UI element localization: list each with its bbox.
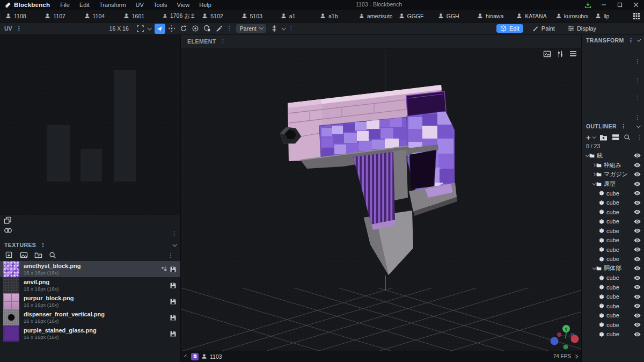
visibility-eye-icon[interactable] [634,199,644,206]
outliner-node[interactable]: cube [582,236,644,245]
active-project-tab[interactable]: 1103 [191,353,222,360]
texture-resolution[interactable]: 16 X 16 [109,25,129,32]
outliner-node[interactable]: cube [582,273,644,283]
uv-side-overflow-icon[interactable]: ⋮ [170,230,179,236]
menu-transform[interactable]: Transform [94,2,131,8]
outliner-node[interactable]: cube [582,198,644,208]
outliner-panel-header[interactable]: OUTLINER ⋮ [582,121,644,132]
menu-view[interactable]: View [172,2,195,8]
menu-file[interactable]: File [55,2,75,8]
project-tab[interactable]: kurosubou [553,10,592,22]
uv-view-dropdown-icon[interactable] [147,26,151,30]
rotation-space-dropdown[interactable]: Parent [236,24,266,33]
view-axis-gizmo[interactable]: Y [551,325,579,350]
visibility-eye-icon[interactable] [634,284,644,291]
outliner-node[interactable]: cube [582,245,644,255]
tab-scroll-right-icon[interactable] [574,354,578,358]
mode-display[interactable]: Display [564,24,600,33]
visibility-eye-icon[interactable] [634,293,644,300]
project-tab[interactable]: 1108 [2,10,41,22]
create-texture-icon[interactable] [20,251,28,259]
save-texture-icon[interactable] [170,282,177,289]
project-tab[interactable]: KATANA [513,10,552,22]
pivot-tool-button[interactable] [190,24,201,34]
outliner-node[interactable]: cube [582,301,644,311]
add-group-icon[interactable] [599,134,608,141]
visibility-eye-icon[interactable] [634,190,644,197]
texture-row[interactable]: anvil.png 16 x 16px (16x) [0,277,180,293]
transform-panel-header[interactable]: TRANSFORM ⋮ [582,35,644,46]
tool-overflow-icon[interactable]: ⋮ [225,26,234,32]
expand-toggle-icon[interactable] [591,173,596,176]
outliner-node[interactable]: マガジン [582,170,644,179]
outliner-node[interactable]: 銃 [582,151,644,161]
outliner-node[interactable]: cube [582,207,644,217]
outliner-menu-icon[interactable]: ⋮ [619,124,628,129]
uv-editor-canvas[interactable] [0,35,180,215]
outliner-node[interactable]: cube [582,330,644,339]
visibility-eye-icon[interactable] [634,227,644,234]
viewport-sliders-icon[interactable] [557,50,564,57]
transform-toolbar-overflow-icon[interactable]: ⋮ [633,95,642,101]
uv-island[interactable] [47,125,70,182]
project-tab[interactable]: a1b [317,10,356,22]
texture-row[interactable]: purple_stained_glass.png 16 x 16px (16x) [0,325,180,342]
minimize-button[interactable] [596,0,612,10]
transform-toolbar-overflow-icon[interactable]: ⋮ [633,114,642,120]
uv-island[interactable] [80,149,102,182]
uv-panel-header[interactable]: UV ⋮ [4,25,24,32]
vertex-snap-tool-button[interactable] [202,24,213,34]
outliner-node[interactable]: 枠組み [582,161,644,170]
import-texture-icon[interactable] [5,251,13,259]
save-texture-icon[interactable] [170,298,177,305]
outliner-search-icon[interactable] [624,134,631,141]
uv-island[interactable] [114,70,136,182]
toggle-list-icon[interactable] [612,134,619,141]
outliner-node[interactable]: cube [582,292,644,302]
texture-row[interactable]: amethyst_block.png 16 x 16px (16x) [0,261,180,277]
outliner-node[interactable]: 胴体部 [582,264,644,273]
expand-toggle-icon[interactable] [591,183,596,185]
project-tab[interactable]: 1107 [41,10,80,22]
visibility-eye-icon[interactable] [634,302,644,309]
visibility-eye-icon[interactable] [634,246,644,253]
menu-edit[interactable]: Edit [75,2,94,8]
outliner-node[interactable]: cube [582,311,644,321]
visibility-eye-icon[interactable] [634,331,644,338]
maximize-button[interactable] [612,0,628,10]
visibility-eye-icon[interactable] [634,180,644,187]
menu-tools[interactable]: Tools [149,2,172,8]
project-tab[interactable]: amezisuton [356,10,395,22]
project-tab[interactable]: 1601 [120,10,159,22]
textures-menu-icon[interactable]: ⋮ [38,242,47,248]
expand-toggle-icon[interactable] [591,267,596,270]
visibility-eye-icon[interactable] [634,274,644,281]
project-tab[interactable]: 5103 [238,10,277,22]
texture-row[interactable]: purpur_block.png 16 x 16px (16x) [0,293,180,309]
fullscreen-uv-icon[interactable] [135,24,146,34]
transform-collapse-icon[interactable] [637,38,641,42]
project-tab[interactable]: 5102 [199,10,238,22]
outliner-node[interactable]: cube [582,217,644,227]
texture-search-icon[interactable] [49,251,56,259]
tab-scroll-left-icon[interactable] [184,354,188,358]
link-uv-icon[interactable] [4,227,12,234]
outliner-node[interactable]: 原型 [582,179,644,189]
textures-overflow-icon[interactable]: ⋮ [166,252,175,258]
save-texture-icon[interactable] [170,314,177,321]
project-tab[interactable]: 1706 おまけ [159,10,199,22]
toolbar-overflow-icon[interactable]: ⋮ [287,26,296,32]
visibility-eye-icon[interactable] [634,265,644,272]
transform-toolbar-overflow-icon[interactable]: ⋮ [633,59,642,64]
visibility-eye-icon[interactable] [634,256,644,263]
save-texture-icon[interactable] [170,330,177,337]
visibility-eye-icon[interactable] [634,218,644,225]
update-download-icon[interactable] [580,0,596,10]
transform-menu-icon[interactable]: ⋮ [626,38,635,44]
resize-tool-button[interactable] [166,24,177,34]
visibility-eye-icon[interactable] [634,171,644,178]
outliner-overflow-icon[interactable]: ⋮ [635,134,644,140]
slider-settings-icon[interactable] [269,24,280,34]
project-tab[interactable]: GGGF [396,10,435,22]
project-tab[interactable]: llp [592,10,631,22]
